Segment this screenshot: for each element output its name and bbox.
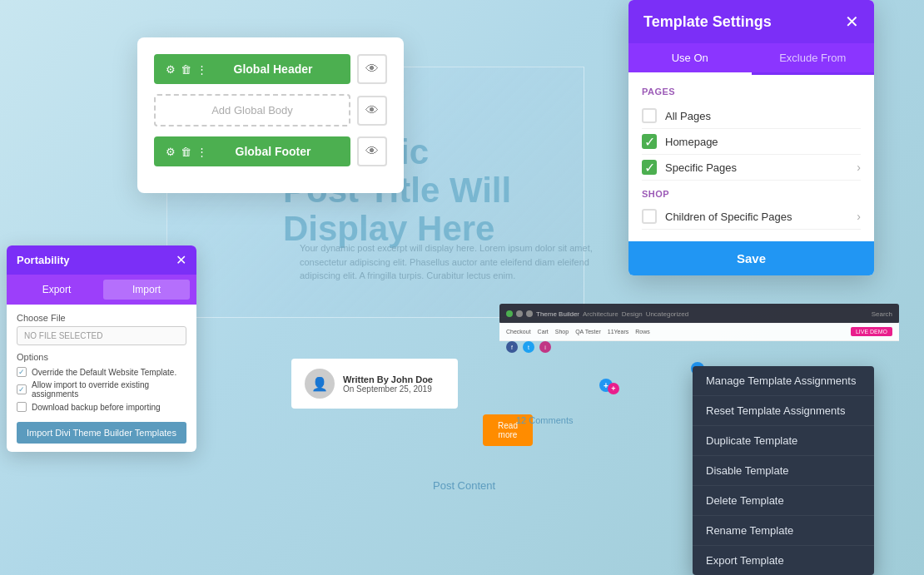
portability-body: Choose File NO FILE SELECTED Options ✓ O… bbox=[7, 305, 196, 452]
author-name: Written By John Doe bbox=[343, 374, 433, 384]
instagram-icon[interactable]: i bbox=[539, 341, 551, 353]
architecture-label: Architecture bbox=[583, 310, 618, 318]
post-content-label: Post Content bbox=[433, 479, 495, 492]
portability-close-button[interactable]: ✕ bbox=[176, 252, 186, 268]
ts-title: Template Settings bbox=[643, 13, 772, 31]
body-visibility-btn[interactable]: 👁 bbox=[357, 96, 387, 126]
global-header-block: ⚙ 🗑 ⋮ Global Header bbox=[154, 54, 350, 84]
shop-nav[interactable]: Shop bbox=[555, 329, 569, 335]
live-demo-button[interactable]: LIVE DEMO bbox=[851, 327, 892, 336]
add-global-body-block[interactable]: Add Global Body bbox=[154, 94, 350, 126]
shop-section-label: Shop bbox=[642, 189, 861, 199]
checkout-nav[interactable]: Checkout bbox=[506, 329, 531, 335]
ts-save-button[interactable]: Save bbox=[628, 241, 874, 275]
rename-template-item[interactable]: Rename Template bbox=[693, 516, 874, 546]
add-section-btn-3[interactable]: + bbox=[608, 383, 619, 394]
post-date: On September 25, 2019 bbox=[343, 384, 433, 394]
footer-settings-icon[interactable]: ⚙ bbox=[166, 146, 176, 158]
uncategorized-label: Uncategorized bbox=[646, 310, 689, 318]
header-row-icons: ⚙ 🗑 ⋮ bbox=[166, 63, 207, 76]
export-tab[interactable]: Export bbox=[13, 280, 100, 300]
design-label: Design bbox=[622, 310, 643, 318]
all-pages-option: All Pages bbox=[642, 103, 861, 129]
portability-panel: Portability ✕ Export Import Choose File … bbox=[7, 245, 196, 452]
facebook-icon[interactable]: f bbox=[506, 341, 518, 353]
specific-pages-chevron[interactable]: › bbox=[857, 161, 861, 174]
children-pages-checkbox[interactable] bbox=[642, 209, 657, 224]
comments-count[interactable]: 12 Comments bbox=[516, 415, 573, 425]
nav-bar: Checkout Cart Shop QA Tester 11Years Row… bbox=[499, 323, 899, 341]
option-row-1: ✓ Override the Default Website Template. bbox=[17, 367, 186, 377]
portability-tabs: Export Import bbox=[7, 275, 196, 305]
ts-header: Template Settings ✕ bbox=[628, 0, 874, 43]
use-on-tab[interactable]: Use On bbox=[628, 43, 752, 75]
theme-builder-label: Theme Builder bbox=[536, 310, 579, 318]
manage-assignments-item[interactable]: Manage Template Assignments bbox=[693, 366, 874, 396]
children-pages-label: Children of Specific Pages bbox=[665, 211, 848, 223]
disable-template-item[interactable]: Disable Template bbox=[693, 456, 874, 486]
option-checkbox-2[interactable]: ✓ bbox=[17, 384, 27, 394]
trash-icon[interactable]: 🗑 bbox=[181, 63, 191, 76]
exclude-from-tab[interactable]: Exclude From bbox=[752, 43, 875, 72]
toolbar-icon-1 bbox=[506, 310, 513, 317]
global-header-row: ⚙ 🗑 ⋮ Global Header 👁 bbox=[154, 54, 387, 84]
options-label: Options bbox=[17, 352, 186, 362]
homepage-checkbox[interactable]: ✓ bbox=[642, 134, 657, 149]
global-header-label: Global Header bbox=[207, 62, 339, 76]
toolbar-icon-3 bbox=[526, 310, 533, 317]
delete-template-item[interactable]: Delete Template bbox=[693, 486, 874, 516]
avatar: 👤 bbox=[305, 369, 335, 399]
specific-pages-checkbox[interactable]: ✓ bbox=[642, 160, 657, 175]
more-icon[interactable]: ⋮ bbox=[196, 63, 207, 76]
top-toolbar: Theme Builder Architecture Design Uncate… bbox=[499, 304, 899, 324]
option-checkbox-1[interactable]: ✓ bbox=[17, 367, 27, 377]
template-settings-panel: Template Settings ✕ Use On Exclude From … bbox=[628, 0, 874, 275]
social-icons-row: f t i bbox=[506, 341, 551, 353]
option-text-1: Override the Default Website Template. bbox=[32, 368, 176, 377]
option-checkbox-3[interactable] bbox=[17, 402, 27, 412]
option-text-3: Download backup before importing bbox=[32, 403, 161, 412]
option-text-2: Allow import to override existing assign… bbox=[32, 380, 186, 399]
written-by-section: 👤 Written By John Doe On September 25, 2… bbox=[291, 359, 458, 409]
choose-file-label: Choose File bbox=[17, 313, 186, 323]
global-footer-row: ⚙ 🗑 ⋮ Global Footer 👁 bbox=[154, 136, 387, 166]
twitter-icon[interactable]: t bbox=[523, 341, 534, 353]
specific-pages-option: ✓ Specific Pages › bbox=[642, 155, 861, 181]
duplicate-template-item[interactable]: Duplicate Template bbox=[693, 426, 874, 456]
reset-assignments-item[interactable]: Reset Template Assignments bbox=[693, 396, 874, 426]
children-pages-chevron[interactable]: › bbox=[857, 210, 861, 223]
ts-body: Pages All Pages ✓ Homepage ✓ Specific Pa… bbox=[628, 75, 874, 241]
search-label: Search bbox=[872, 310, 892, 318]
11years-nav[interactable]: 11Years bbox=[608, 329, 628, 335]
footer-trash-icon[interactable]: 🗑 bbox=[181, 146, 191, 158]
settings-icon[interactable]: ⚙ bbox=[166, 63, 176, 76]
template-builder-panel: ⚙ 🗑 ⋮ Global Header 👁 Add Global Body 👁 … bbox=[137, 37, 404, 193]
portability-header: Portability ✕ bbox=[7, 245, 196, 275]
import-button[interactable]: Import Divi Theme Builder Templates bbox=[17, 422, 186, 444]
global-footer-label: Global Footer bbox=[207, 145, 339, 158]
specific-pages-label: Specific Pages bbox=[665, 161, 848, 174]
ts-tabs: Use On Exclude From bbox=[628, 43, 874, 75]
footer-visibility-btn[interactable]: 👁 bbox=[357, 136, 387, 166]
import-tab[interactable]: Import bbox=[103, 280, 190, 300]
rows-nav[interactable]: Rows bbox=[635, 329, 650, 335]
file-input[interactable]: NO FILE SELECTED bbox=[17, 326, 186, 345]
all-pages-label: All Pages bbox=[665, 110, 861, 122]
children-pages-option: Children of Specific Pages › bbox=[642, 204, 861, 230]
ts-close-button[interactable]: ✕ bbox=[845, 12, 859, 32]
export-template-item[interactable]: Export Template bbox=[693, 546, 874, 575]
header-visibility-btn[interactable]: 👁 bbox=[357, 54, 387, 84]
footer-more-icon[interactable]: ⋮ bbox=[196, 146, 207, 158]
option-row-2: ✓ Allow import to override existing assi… bbox=[17, 380, 186, 399]
all-pages-checkbox[interactable] bbox=[642, 108, 657, 123]
homepage-label: Homepage bbox=[665, 136, 861, 148]
global-footer-block: ⚙ 🗑 ⋮ Global Footer bbox=[154, 136, 350, 166]
context-menu: Manage Template Assignments Reset Templa… bbox=[693, 366, 874, 575]
toolbar-icon-2 bbox=[516, 310, 523, 317]
qa-tester-nav[interactable]: QA Tester bbox=[575, 329, 601, 335]
option-row-3: Download backup before importing bbox=[17, 402, 186, 412]
global-body-row: Add Global Body 👁 bbox=[154, 94, 387, 126]
cart-nav[interactable]: Cart bbox=[538, 329, 549, 335]
homepage-option: ✓ Homepage bbox=[642, 129, 861, 155]
footer-row-icons: ⚙ 🗑 ⋮ bbox=[166, 146, 207, 158]
